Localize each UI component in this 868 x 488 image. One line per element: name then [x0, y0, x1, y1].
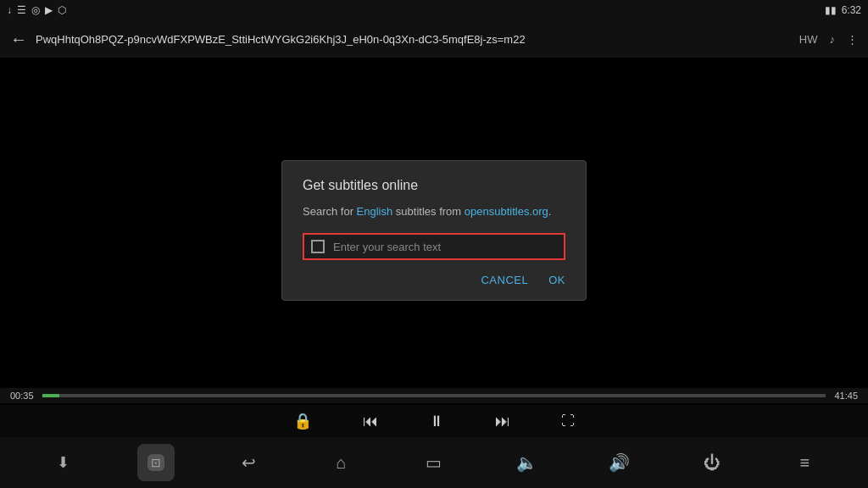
- desc-suffix: .: [548, 205, 552, 218]
- search-input-wrapper[interactable]: Enter your search text: [303, 233, 565, 260]
- cancel-button[interactable]: CANCEL: [481, 274, 528, 286]
- total-time: 41:45: [834, 391, 858, 401]
- vol-down-icon: 🔈: [516, 452, 537, 473]
- fullscreen-button[interactable]: ⛶: [561, 413, 575, 429]
- subtitles-icon: ⊡: [147, 454, 164, 471]
- bottom-menu-button[interactable]: ≡: [786, 444, 823, 481]
- power-icon: ⏻: [704, 453, 721, 473]
- video-title: PwqHhtqOh8PQZ-p9ncvWdFXPWBzE_SttiHctWYGk…: [36, 33, 791, 46]
- dialog-overlay: Get subtitles online Search for English …: [0, 58, 868, 403]
- back-nav-icon: ↩: [242, 452, 256, 473]
- status-left-icons: ↓ ☰ ◎ ▶ ⬡: [7, 4, 66, 16]
- controls-row2: ⬇ ⊡ ↩ ⌂ ▭ 🔈 🔊 ⏻ ≡: [0, 437, 868, 488]
- signal-icon: ↓: [7, 4, 12, 16]
- search-input[interactable]: Enter your search text: [333, 241, 557, 253]
- top-bar-actions: HW ♪ ⋮: [799, 33, 858, 46]
- desc-mid: subtitles from: [392, 205, 465, 218]
- download-icon: ⬇: [57, 453, 70, 472]
- bottom-menu-icon: ≡: [799, 453, 810, 473]
- current-time: 00:35: [10, 391, 34, 401]
- controls-row1: 🔒 ⏮ ⏸ ⏭ ⛶: [0, 405, 868, 437]
- ok-button[interactable]: OK: [548, 274, 565, 286]
- desc-prefix: Search for: [303, 205, 357, 218]
- status-right-icons: ▮▮ 6:32: [825, 4, 861, 16]
- status-bar: ↓ ☰ ◎ ▶ ⬡ ▮▮ 6:32: [0, 0, 868, 20]
- app-icon: ⬡: [58, 4, 66, 16]
- power-button[interactable]: ⏻: [693, 444, 731, 481]
- pause-button[interactable]: ⏸: [429, 413, 444, 430]
- dialog-title: Get subtitles online: [303, 178, 565, 193]
- hw-label[interactable]: HW: [799, 33, 818, 46]
- lock-button[interactable]: 🔒: [293, 412, 312, 430]
- search-checkbox[interactable]: [311, 240, 325, 253]
- prev-button[interactable]: ⏮: [363, 413, 378, 430]
- dialog-description: Search for English subtitles from opensu…: [303, 203, 565, 220]
- progress-track[interactable]: [42, 394, 826, 397]
- recents-button[interactable]: ▭: [415, 444, 453, 481]
- top-bar: ← PwqHhtqOh8PQZ-p9ncvWdFXPWBzE_SttiHctWY…: [0, 20, 868, 58]
- notification-icon: ☰: [17, 4, 26, 16]
- language-link[interactable]: English: [357, 205, 393, 218]
- back-nav-button[interactable]: ↩: [230, 444, 267, 481]
- home-icon: ⌂: [337, 453, 347, 473]
- time-label: 6:32: [842, 4, 861, 16]
- back-button[interactable]: ←: [10, 30, 27, 49]
- music-icon[interactable]: ♪: [830, 33, 836, 46]
- play-notification-icon: ▶: [45, 4, 53, 16]
- video-area: Get subtitles online Search for English …: [0, 58, 868, 403]
- progress-fill: [42, 394, 59, 397]
- progress-area: 00:35 41:45: [0, 388, 868, 403]
- subtitles-button[interactable]: ⊡: [137, 444, 175, 481]
- vol-up-button[interactable]: 🔊: [601, 444, 638, 481]
- next-button[interactable]: ⏭: [495, 413, 510, 430]
- vol-down-button[interactable]: 🔈: [508, 444, 545, 481]
- vol-up-icon: 🔊: [609, 452, 630, 473]
- opensubtitles-link[interactable]: opensubtitles.org: [465, 205, 548, 218]
- more-options-icon[interactable]: ⋮: [847, 33, 858, 46]
- home-button[interactable]: ⌂: [323, 444, 360, 481]
- download-button[interactable]: ⬇: [45, 444, 82, 481]
- dialog-actions: CANCEL OK: [303, 274, 565, 286]
- camera-icon: ◎: [31, 4, 40, 16]
- recents-icon: ▭: [426, 452, 442, 473]
- subtitle-dialog: Get subtitles online Search for English …: [281, 160, 587, 302]
- battery-icon: ▮▮: [825, 4, 837, 16]
